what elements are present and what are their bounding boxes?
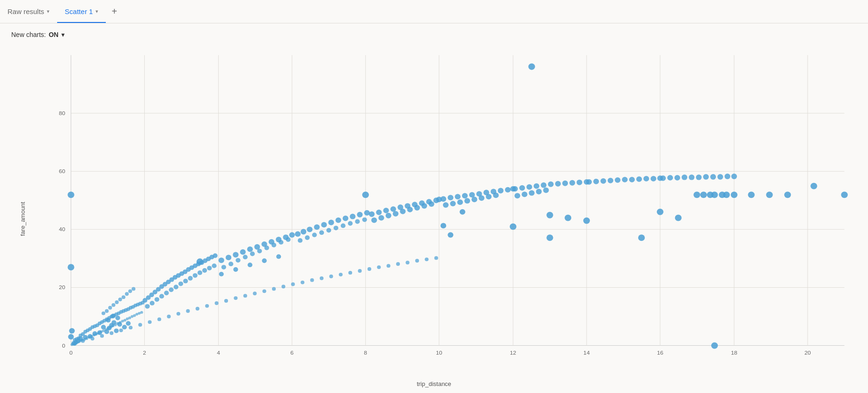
dot	[348, 221, 353, 226]
dot	[107, 327, 110, 330]
dot	[711, 192, 718, 198]
dot	[307, 226, 312, 232]
dot	[90, 335, 93, 338]
dot	[711, 342, 718, 349]
dot	[150, 301, 154, 306]
dot	[148, 320, 152, 324]
dot	[667, 175, 673, 181]
dot	[593, 179, 599, 184]
dot	[122, 295, 125, 299]
x-tick-2: 2	[143, 349, 146, 356]
dot	[118, 298, 122, 301]
dot	[233, 252, 238, 258]
add-tab-button[interactable]: +	[106, 0, 123, 23]
dot	[108, 306, 112, 310]
dot	[310, 278, 314, 282]
dot	[119, 328, 123, 332]
y-tick-80: 80	[59, 110, 66, 116]
dot	[601, 178, 606, 184]
dot	[164, 291, 169, 295]
dot	[784, 192, 791, 198]
dot	[68, 334, 74, 340]
dot	[657, 209, 663, 215]
dot	[154, 297, 159, 302]
dot	[263, 289, 266, 293]
dot	[355, 219, 360, 224]
dot	[253, 291, 257, 295]
dot	[443, 202, 449, 208]
new-charts-toggle[interactable]: New charts: ON ▾	[7, 29, 68, 40]
dot	[333, 226, 338, 230]
dot	[305, 235, 309, 240]
chart-container: fare_amount trip_distance	[0, 46, 868, 392]
dot	[122, 325, 127, 329]
dot	[119, 321, 122, 324]
dot	[529, 64, 535, 70]
new-charts-value: ON	[49, 31, 59, 38]
y-tick-20: 20	[59, 284, 66, 291]
dot	[543, 188, 549, 193]
tab-raw-results[interactable]: Raw results ▾	[0, 0, 57, 23]
dot	[183, 279, 188, 284]
dot	[548, 182, 553, 187]
dot	[546, 234, 553, 241]
dot	[219, 272, 224, 277]
dot	[69, 328, 75, 334]
dot	[493, 192, 499, 198]
dot	[174, 285, 178, 290]
dot	[675, 175, 680, 181]
dot	[125, 292, 129, 296]
x-tick-10: 10	[436, 349, 442, 356]
dot	[212, 263, 216, 268]
dot	[693, 192, 700, 198]
dot	[536, 189, 542, 195]
dot	[534, 183, 539, 189]
dot	[319, 230, 324, 235]
dot	[188, 276, 192, 281]
dot	[109, 326, 112, 328]
dot	[371, 218, 377, 223]
dot	[110, 331, 113, 335]
dot	[341, 223, 346, 228]
dot	[329, 275, 333, 278]
dot	[586, 179, 592, 185]
dot	[138, 323, 142, 327]
scatter-svg: 0 20 40 60 80 0 2 4 6 8 10 12 14 16 18 2…	[33, 51, 854, 364]
toolbar: New charts: ON ▾	[0, 23, 868, 46]
dot	[234, 296, 237, 300]
dot	[196, 307, 199, 311]
dot	[510, 223, 516, 230]
dot	[67, 192, 74, 198]
dot	[512, 186, 518, 192]
dot	[393, 211, 398, 217]
dot	[400, 209, 405, 214]
dot	[569, 180, 575, 186]
x-tick-20: 20	[804, 349, 811, 356]
dot	[298, 238, 302, 243]
dot	[169, 287, 174, 292]
dot	[85, 337, 88, 340]
dot	[368, 267, 371, 271]
dot	[314, 224, 320, 230]
dot	[486, 194, 492, 199]
tab-scatter-1-chevron: ▾	[96, 8, 98, 15]
dot	[386, 213, 391, 218]
dot	[748, 192, 755, 198]
dot	[383, 208, 389, 213]
x-tick-8: 8	[364, 349, 367, 356]
dot	[710, 174, 716, 180]
dot	[159, 294, 164, 298]
dot	[145, 304, 150, 309]
new-charts-chevron: ▾	[61, 31, 65, 38]
dot	[124, 319, 126, 321]
tab-scatter-1[interactable]: Scatter 1 ▾	[57, 0, 106, 23]
dot	[378, 215, 384, 221]
dot	[221, 265, 226, 269]
dot	[505, 187, 511, 193]
dot	[562, 181, 568, 186]
dot	[276, 255, 281, 259]
dot	[100, 334, 104, 338]
dot	[696, 175, 701, 180]
dot	[177, 312, 180, 316]
dot	[301, 281, 304, 284]
